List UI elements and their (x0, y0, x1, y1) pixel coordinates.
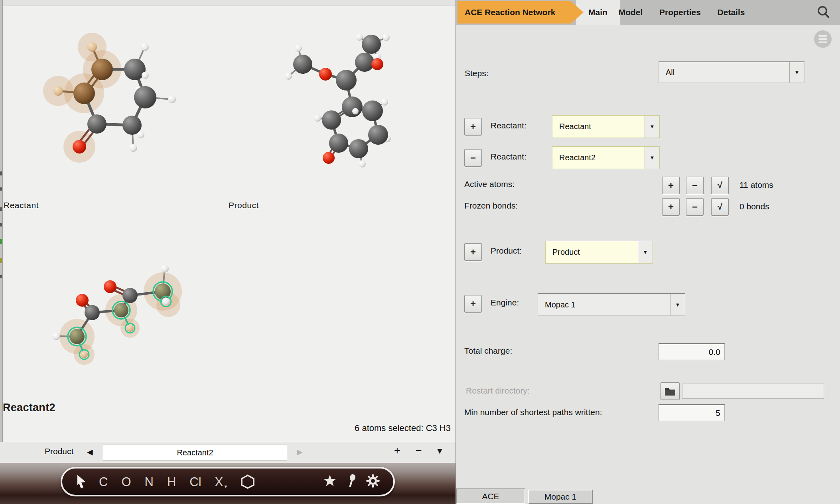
reactant2-label: Reactant: (491, 152, 526, 161)
active-atoms-count: 11 atoms (739, 180, 773, 190)
spoon-icon[interactable] (346, 473, 357, 490)
dropdown-arrow-icon: ▼ (638, 241, 653, 263)
sliver-mark (0, 223, 2, 226)
sliver-mark-olive (0, 258, 2, 263)
element-o-button[interactable]: O (121, 476, 131, 488)
dropdown-arrow-icon: ▼ (645, 147, 659, 169)
active-atoms-add-button[interactable]: + (662, 177, 680, 194)
restart-directory-label: Restart directory: (466, 386, 530, 396)
molecule-canvas[interactable] (3, 6, 455, 442)
add-reactant-button[interactable]: + (464, 118, 482, 136)
active-atoms-check-button[interactable]: √ (711, 177, 729, 194)
panel-tab-bar: ACE Reaction Network Main Model Properti… (456, 0, 840, 25)
add-engine-button[interactable]: + (464, 295, 482, 313)
selection-status: 6 atoms selected: C3 H3 (355, 423, 451, 433)
active-atoms-label: Active atoms: (464, 179, 515, 189)
zoom-in-button[interactable]: + (394, 445, 400, 457)
restart-directory-input[interactable] (682, 384, 824, 399)
nav-menu-button[interactable]: ▼ (436, 446, 444, 456)
element-cl-button[interactable]: Cl (189, 476, 201, 488)
current-structure-input[interactable] (103, 445, 287, 461)
sliver-mark (0, 207, 2, 211)
sliver-mark (0, 187, 2, 191)
remove-reactant-button[interactable]: − (464, 149, 482, 167)
sliver-mark-green (0, 239, 2, 244)
ace-reaction-network-panel: ACE Reaction Network Main Model Properti… (455, 0, 840, 504)
nav-next-button[interactable]: ▶ (297, 447, 303, 457)
search-icon[interactable] (816, 5, 831, 20)
nav-prev-button[interactable]: ◀ (87, 447, 93, 457)
structure-nav-bar: Product ◀ ▶ + − ▼ (0, 442, 455, 464)
tab-model[interactable]: Model (615, 0, 647, 25)
bottom-tab-mopac[interactable]: Mopac 1 (528, 490, 593, 504)
frozen-bonds-count: 0 bonds (739, 202, 769, 211)
engine-label: Engine: (491, 298, 519, 307)
cursor-icon[interactable] (76, 474, 87, 489)
min-paths-input[interactable] (659, 404, 725, 421)
label-reactant: Reactant (4, 201, 39, 210)
product-dropdown[interactable]: Product ▼ (545, 241, 653, 264)
dropdown-arrow-icon: ▼ (645, 116, 659, 138)
frozen-bonds-add-button[interactable]: + (662, 198, 680, 216)
left-edge-panel-sliver (0, 0, 3, 463)
molecule-reactant[interactable] (43, 33, 176, 163)
element-c-button[interactable]: C (99, 476, 108, 488)
tab-main[interactable]: Main (586, 0, 610, 25)
label-product: Product (229, 201, 259, 210)
element-h-button[interactable]: H (167, 476, 176, 488)
frozen-bonds-remove-button[interactable]: − (686, 198, 704, 216)
element-n-button[interactable]: N (145, 476, 154, 488)
gear-icon[interactable] (366, 474, 380, 489)
ring-icon[interactable] (241, 474, 255, 489)
star-icon[interactable] (323, 474, 337, 489)
element-x-button[interactable]: X ▼ (215, 476, 223, 488)
tab-properties[interactable]: Properties (653, 0, 707, 25)
label-reactant2: Reactant2 (3, 402, 55, 414)
nav-prev-label: Product (45, 447, 73, 456)
molecule-reactant2[interactable] (52, 265, 182, 365)
steps-label: Steps: (465, 69, 489, 78)
folder-icon (665, 386, 676, 396)
sliver-mark (0, 275, 2, 278)
hamburger-menu-icon[interactable] (814, 30, 832, 48)
active-atoms-remove-button[interactable]: − (686, 177, 704, 194)
dropdown-arrow-icon: ▼ (789, 62, 804, 83)
total-charge-label: Total charge: (464, 346, 512, 356)
molecule-viewport[interactable]: Reactant Product Reactant2 6 atoms selec… (3, 6, 455, 442)
editor-toolbar-zone: C O N H Cl X ▼ (0, 463, 455, 504)
add-product-button[interactable]: + (464, 243, 482, 261)
min-paths-label: Min number of shortest paths written: (464, 408, 602, 417)
bottom-tab-ace[interactable]: ACE (456, 488, 525, 504)
frozen-bonds-label: Frozen bonds: (464, 201, 518, 211)
reactant-dropdown[interactable]: Reactant ▼ (552, 115, 660, 138)
molecule-product[interactable] (285, 33, 391, 167)
steps-dropdown[interactable]: All ▼ (659, 61, 805, 83)
engine-dropdown[interactable]: Mopac 1 ▼ (538, 293, 685, 316)
reactant-label: Reactant: (491, 121, 526, 130)
element-toolbar: C O N H Cl X ▼ (61, 467, 395, 496)
sliver-mark (0, 171, 2, 175)
reactant2-dropdown[interactable]: Reactant2 ▼ (552, 146, 660, 169)
x-dropdown-caret: ▼ (223, 484, 228, 489)
product-label: Product: (491, 246, 522, 256)
folder-browse-button[interactable] (661, 382, 680, 400)
dropdown-arrow-icon: ▼ (670, 294, 685, 315)
frozen-bonds-check-button[interactable]: √ (711, 198, 729, 216)
app-tab-ace-reaction-network[interactable]: ACE Reaction Network (457, 1, 584, 24)
zoom-out-button[interactable]: − (416, 445, 422, 457)
total-charge-input[interactable] (659, 343, 725, 360)
tab-details[interactable]: Details (712, 0, 750, 25)
